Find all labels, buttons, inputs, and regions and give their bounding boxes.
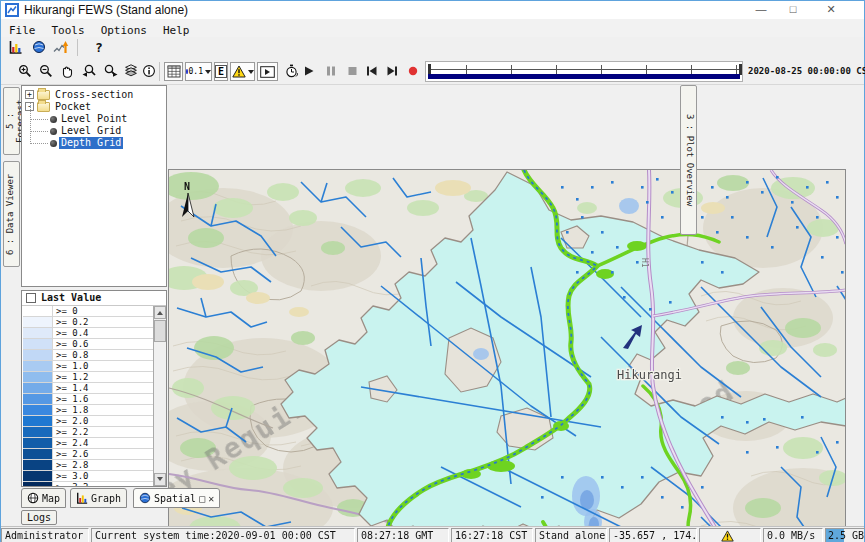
main-region: 5 : Forecast 6 : Data Viewer +Cross-sect… xyxy=(1,85,864,487)
skip-end-icon xyxy=(386,65,399,77)
zoom-next-button[interactable] xyxy=(100,61,120,81)
zoom-previous-button[interactable] xyxy=(79,61,99,81)
folder-icon xyxy=(37,90,50,100)
sidebar-tab-data-viewer[interactable]: 6 : Data Viewer xyxy=(3,161,20,267)
help-button[interactable]: ? xyxy=(89,37,109,57)
tab-close-icon[interactable]: ✕ xyxy=(208,493,214,504)
status-warning[interactable] xyxy=(699,528,761,542)
stop-button[interactable] xyxy=(342,61,362,81)
legend-list: >= 0>= 0.2>= 0.4>= 0.6>= 0.8>= 1.0>= 1.2… xyxy=(23,306,153,486)
menu-tools[interactable]: Tools xyxy=(44,22,93,37)
scroll-up-button[interactable] xyxy=(154,306,166,319)
chevron-down-icon xyxy=(248,70,254,77)
legend-row[interactable]: >= 0.6 xyxy=(23,339,153,350)
tab-graph[interactable]: Graph xyxy=(70,488,127,508)
scroll-down-button[interactable] xyxy=(154,473,166,486)
info-button[interactable] xyxy=(139,61,159,81)
tab-map[interactable]: Map xyxy=(21,488,66,508)
tree-item-pocket[interactable]: -Pocket xyxy=(22,101,166,113)
legend-label: >= 3.0 xyxy=(53,471,153,481)
map-display-button[interactable] xyxy=(29,37,49,57)
legend-label: >= 1.8 xyxy=(53,405,153,415)
legend-row[interactable]: >= 1.2 xyxy=(23,372,153,383)
play-box-icon xyxy=(260,66,275,78)
legend-row[interactable]: >= 0.2 xyxy=(23,317,153,328)
menu-help[interactable]: Help xyxy=(155,22,198,37)
play-button[interactable] xyxy=(299,61,319,81)
legend-row[interactable]: >= 0.8 xyxy=(23,350,153,361)
menu-file[interactable]: File xyxy=(1,22,44,37)
legend-row[interactable]: >= 1.0 xyxy=(23,361,153,372)
last-value-checkbox[interactable] xyxy=(26,293,36,303)
town-label: Hikurangi xyxy=(617,368,682,382)
ruler-button[interactable]: E xyxy=(214,62,228,81)
node-icon xyxy=(50,140,57,147)
status-user: Administrator xyxy=(1,528,89,542)
tab-maximize-icon[interactable]: □ xyxy=(199,493,205,504)
legend-row[interactable]: >= 2.4 xyxy=(23,438,153,449)
pause-button[interactable] xyxy=(321,61,341,81)
slider-track xyxy=(429,69,739,70)
legend-swatch xyxy=(23,460,53,470)
minimize-button[interactable]: — xyxy=(746,1,776,18)
legend-row[interactable]: >= 1.6 xyxy=(23,394,153,405)
grid-display-button[interactable] xyxy=(164,62,183,81)
tree-item-depth-grid[interactable]: Depth Grid xyxy=(22,137,166,149)
arrow-up-icon xyxy=(157,308,163,315)
stopwatch-icon xyxy=(284,64,299,79)
tree-item-label: Depth Grid xyxy=(59,137,123,149)
legend-row[interactable]: >= 3.0 xyxy=(23,471,153,482)
close-button[interactable]: ✕ xyxy=(816,1,846,18)
legend-row[interactable]: >= 2.6 xyxy=(23,449,153,460)
legend-row[interactable]: >= 2.2 xyxy=(23,427,153,438)
legend-row[interactable]: >= 3.2 xyxy=(23,482,153,486)
warnings-dropdown[interactable] xyxy=(230,62,255,81)
skip-start-button[interactable] xyxy=(361,61,381,81)
timeseries-button[interactable] xyxy=(51,37,71,57)
layers-button[interactable] xyxy=(121,61,141,81)
legend-title: Last Value xyxy=(41,292,101,303)
sidebar-tab-forecast[interactable]: 5 : Forecast xyxy=(3,87,20,155)
legend-swatch xyxy=(23,471,53,481)
status-coordinates: -35.657 , 174.199 xyxy=(609,528,697,542)
legend-swatch xyxy=(23,482,53,486)
tab-spatial[interactable]: Spatial□✕ xyxy=(133,488,220,508)
tree-expander[interactable]: + xyxy=(25,90,34,99)
legend-swatch xyxy=(23,317,53,327)
legend-row[interactable]: >= 2.0 xyxy=(23,416,153,427)
legend-label: >= 0.2 xyxy=(53,317,153,327)
maximize-button[interactable]: □ xyxy=(778,1,808,18)
explorer-button[interactable] xyxy=(5,37,25,57)
legend-row[interactable]: >= 2.8 xyxy=(23,460,153,471)
tree-item-level-grid[interactable]: Level Grid xyxy=(22,125,166,137)
legend-row[interactable]: >= 0 xyxy=(23,306,153,317)
legend-row[interactable]: >= 1.4 xyxy=(23,383,153,394)
zoom-next-icon xyxy=(103,64,118,78)
logs-button[interactable]: Logs xyxy=(21,510,57,525)
sidebar-tab-plot-overview[interactable]: 3 : Plot Overview xyxy=(680,85,697,235)
menu-options[interactable]: Options xyxy=(93,22,155,37)
legend-label: >= 2.2 xyxy=(53,427,153,437)
set-time-button[interactable] xyxy=(281,61,301,81)
legend-label: >= 2.6 xyxy=(53,449,153,459)
slider-tick xyxy=(556,65,557,74)
pan-button[interactable] xyxy=(57,61,77,81)
pause-icon xyxy=(325,65,337,77)
zoom-out-button[interactable] xyxy=(36,61,56,81)
tree-item-level-point[interactable]: Level Point xyxy=(22,113,166,125)
skip-end-button[interactable] xyxy=(382,61,402,81)
legend-swatch xyxy=(23,449,53,459)
record-button[interactable] xyxy=(403,61,423,81)
legend-scrollbar[interactable] xyxy=(153,306,166,486)
scroll-thumb[interactable] xyxy=(154,320,166,342)
animation-button[interactable] xyxy=(257,62,278,81)
zoom-in-button[interactable] xyxy=(15,61,35,81)
legend-row[interactable]: >= 0.4 xyxy=(23,328,153,339)
grid-precision-dropdown[interactable]: 0.1 xyxy=(185,62,212,81)
arrow-down-icon xyxy=(157,477,163,484)
legend-row[interactable]: >= 1.8 xyxy=(23,405,153,416)
skip-start-icon xyxy=(365,65,378,77)
legend-swatch xyxy=(23,372,53,382)
toolbar-top: ? xyxy=(1,37,864,58)
time-slider[interactable] xyxy=(425,61,743,82)
